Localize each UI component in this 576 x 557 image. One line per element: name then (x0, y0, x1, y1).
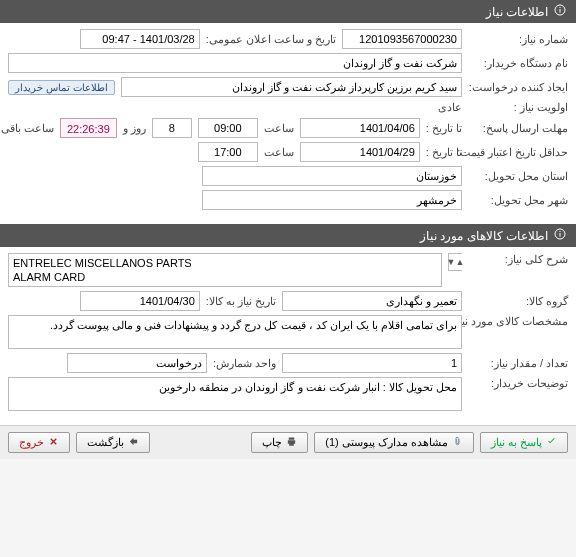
label-count-unit: واحد شمارش: (213, 357, 276, 370)
need-number-field[interactable] (342, 29, 462, 49)
announce-datetime-field[interactable] (80, 29, 200, 49)
attachments-button-label: مشاهده مدارک پیوستی (1) (325, 436, 448, 449)
label-goods-spec: مشخصات کالای مورد نیاز: (468, 315, 568, 328)
label-goods-group: گروه کالا: (468, 295, 568, 308)
reply-button[interactable]: پاسخ به نیاز (480, 432, 568, 453)
buyer-contact-link[interactable]: اطلاعات تماس خریدار (8, 80, 115, 95)
buyer-org-field[interactable] (8, 53, 462, 73)
label-requester: ایجاد کننده درخواست: (468, 81, 568, 94)
label-hour-1: ساعت (264, 122, 294, 135)
label-province: استان محل تحویل: (468, 170, 568, 183)
need-desc-field[interactable] (8, 253, 442, 287)
panel-header-need-info: اطلاعات نیاز (0, 0, 576, 23)
close-icon (48, 436, 59, 449)
print-button[interactable]: چاپ (251, 432, 308, 453)
label-quote-validity: حداقل تاریخ اعتبار قیمت: (468, 146, 568, 159)
back-icon (128, 436, 139, 449)
priority-value: عادی (438, 101, 462, 114)
label-city: شهر محل تحویل: (468, 194, 568, 207)
label-days-and: روز و (123, 122, 146, 135)
need-goods-date-field[interactable] (80, 291, 200, 311)
label-need-goods-date: تاریخ نیاز به کالا: (206, 295, 276, 308)
label-announce-dt: تاریخ و ساعت اعلان عمومی: (206, 33, 336, 46)
label-priority: اولویت نیاز : (468, 101, 568, 114)
exit-button[interactable]: خروج (8, 432, 70, 453)
label-reply-deadline: مهلت ارسال پاسخ: (468, 122, 568, 135)
requester-field[interactable] (121, 77, 462, 97)
quote-time-field[interactable] (198, 142, 258, 162)
label-buyer-org: نام دستگاه خریدار: (468, 57, 568, 70)
reply-date-field[interactable] (300, 118, 420, 138)
exit-button-label: خروج (19, 436, 44, 449)
goods-group-field[interactable] (282, 291, 462, 311)
label-need-no: شماره نیاز: (468, 33, 568, 46)
back-button-label: بازگشت (87, 436, 124, 449)
label-need-desc: شرح کلی نیاز: (468, 253, 568, 266)
label-hours-remain: ساعت باقی مانده (0, 122, 54, 135)
count-unit-field[interactable] (67, 353, 207, 373)
label-to-date-1: تا تاریخ : (426, 122, 462, 135)
back-button[interactable]: بازگشت (76, 432, 150, 453)
province-field[interactable] (202, 166, 462, 186)
panel-header-goods-info: اطلاعات کالاهای مورد نیاز (0, 224, 576, 247)
svg-rect-5 (560, 231, 561, 232)
attachment-icon (452, 436, 463, 449)
countdown-timer: 22:26:39 (60, 118, 117, 138)
info-icon (554, 4, 566, 19)
label-buyer-notes: توضیحات خریدار: (468, 377, 568, 390)
buyer-notes-field[interactable] (8, 377, 462, 411)
city-field[interactable] (202, 190, 462, 210)
print-icon (286, 436, 297, 449)
svg-rect-2 (560, 7, 561, 8)
info-icon (554, 228, 566, 243)
panel-title: اطلاعات نیاز (486, 5, 548, 19)
print-button-label: چاپ (262, 436, 282, 449)
qty-field[interactable] (282, 353, 462, 373)
reply-time-field[interactable] (198, 118, 258, 138)
attachments-button[interactable]: مشاهده مدارک پیوستی (1) (314, 432, 474, 453)
expand-icon[interactable]: ▲▼ (448, 253, 462, 271)
svg-rect-4 (560, 233, 561, 237)
svg-rect-1 (560, 9, 561, 13)
check-icon (546, 436, 557, 449)
goods-spec-field[interactable] (8, 315, 462, 349)
panel-title: اطلاعات کالاهای مورد نیاز (420, 229, 548, 243)
reply-button-label: پاسخ به نیاز (491, 436, 542, 449)
button-bar: پاسخ به نیاز مشاهده مدارک پیوستی (1) چاپ… (0, 425, 576, 459)
label-qty: تعداد / مقدار نیاز: (468, 357, 568, 370)
quote-date-field[interactable] (300, 142, 420, 162)
label-to-date-2: تا تاریخ : (426, 146, 462, 159)
days-remaining-field[interactable] (152, 118, 192, 138)
label-hour-2: ساعت (264, 146, 294, 159)
